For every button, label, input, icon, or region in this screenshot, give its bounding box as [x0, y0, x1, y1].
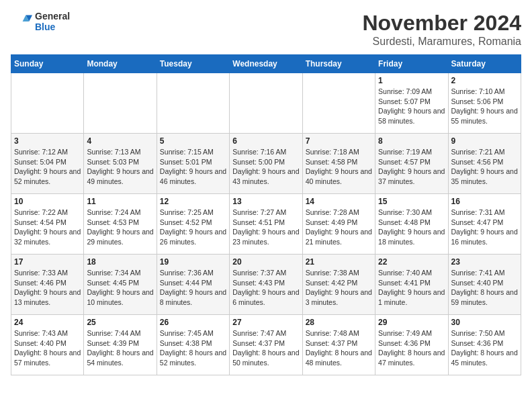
calendar-cell: 17Sunrise: 7:33 AMSunset: 4:46 PMDayligh…: [11, 255, 84, 315]
calendar-week-row: 10Sunrise: 7:22 AMSunset: 4:54 PMDayligh…: [11, 194, 521, 255]
calendar-cell: 15Sunrise: 7:30 AMSunset: 4:48 PMDayligh…: [375, 194, 448, 255]
day-number: 20: [232, 257, 299, 267]
day-number: 27: [232, 318, 299, 327]
day-info: Sunrise: 7:33 AMSunset: 4:46 PMDaylight:…: [14, 268, 81, 308]
calendar-cell: 29Sunrise: 7:49 AMSunset: 4:36 PMDayligh…: [375, 315, 448, 375]
day-number: 12: [160, 197, 226, 206]
day-number: 18: [87, 257, 153, 267]
calendar-cell: 25Sunrise: 7:44 AMSunset: 4:39 PMDayligh…: [84, 315, 157, 375]
calendar-cell: 26Sunrise: 7:45 AMSunset: 4:38 PMDayligh…: [157, 315, 229, 375]
day-number: 15: [378, 197, 445, 206]
day-info: Sunrise: 7:16 AMSunset: 5:00 PMDaylight:…: [232, 147, 299, 187]
day-info: Sunrise: 7:19 AMSunset: 4:57 PMDaylight:…: [378, 147, 445, 187]
day-number: 5: [160, 136, 226, 146]
logo: General Blue: [11, 11, 70, 32]
calendar-table: SundayMondayTuesdayWednesdayThursdayFrid…: [11, 54, 521, 375]
day-number: 2: [451, 76, 518, 85]
calendar-cell: [84, 73, 157, 134]
calendar-day-header: Monday: [84, 55, 157, 73]
day-number: 7: [306, 136, 372, 146]
day-info: Sunrise: 7:40 AMSunset: 4:41 PMDaylight:…: [378, 268, 445, 308]
calendar-cell: 1Sunrise: 7:09 AMSunset: 5:07 PMDaylight…: [375, 73, 448, 134]
calendar-day-header: Thursday: [302, 55, 375, 73]
calendar-cell: 22Sunrise: 7:40 AMSunset: 4:41 PMDayligh…: [375, 255, 448, 315]
calendar-cell: 20Sunrise: 7:37 AMSunset: 4:43 PMDayligh…: [230, 255, 302, 315]
day-info: Sunrise: 7:45 AMSunset: 4:38 PMDaylight:…: [160, 328, 226, 368]
day-number: 3: [14, 136, 81, 146]
calendar-cell: 24Sunrise: 7:43 AMSunset: 4:40 PMDayligh…: [11, 315, 84, 375]
day-number: 9: [451, 136, 518, 146]
calendar-day-header: Friday: [375, 55, 448, 73]
calendar-cell: 2Sunrise: 7:10 AMSunset: 5:06 PMDaylight…: [448, 73, 521, 134]
calendar-day-header: Sunday: [11, 55, 84, 73]
calendar-cell: 10Sunrise: 7:22 AMSunset: 4:54 PMDayligh…: [11, 194, 84, 255]
day-info: Sunrise: 7:49 AMSunset: 4:36 PMDaylight:…: [378, 328, 445, 368]
day-info: Sunrise: 7:12 AMSunset: 5:04 PMDaylight:…: [14, 147, 81, 187]
day-number: 25: [87, 318, 153, 327]
calendar-cell: 23Sunrise: 7:41 AMSunset: 4:40 PMDayligh…: [448, 255, 521, 315]
page-header: General Blue November 2024 Surdesti, Mar…: [11, 11, 521, 48]
calendar-cell: 9Sunrise: 7:21 AMSunset: 4:56 PMDaylight…: [448, 134, 521, 194]
day-number: 10: [14, 197, 81, 206]
calendar-cell: 11Sunrise: 7:24 AMSunset: 4:53 PMDayligh…: [84, 194, 157, 255]
calendar-day-header: Wednesday: [230, 55, 302, 73]
day-info: Sunrise: 7:15 AMSunset: 5:01 PMDaylight:…: [160, 147, 226, 187]
calendar-cell: [230, 73, 302, 134]
location-title: Surdesti, Maramures, Romania: [362, 36, 521, 48]
day-info: Sunrise: 7:25 AMSunset: 4:52 PMDaylight:…: [160, 208, 226, 247]
title-area: November 2024 Surdesti, Maramures, Roman…: [362, 11, 521, 48]
logo-general-label: General: [35, 11, 70, 21]
month-title: November 2024: [362, 11, 521, 36]
day-number: 16: [451, 197, 518, 206]
calendar-cell: 16Sunrise: 7:31 AMSunset: 4:47 PMDayligh…: [448, 194, 521, 255]
day-info: Sunrise: 7:09 AMSunset: 5:07 PMDaylight:…: [378, 87, 445, 126]
day-number: 4: [87, 136, 153, 146]
calendar-header-row: SundayMondayTuesdayWednesdayThursdayFrid…: [11, 55, 521, 73]
calendar-day-header: Tuesday: [157, 55, 229, 73]
calendar-cell: 14Sunrise: 7:28 AMSunset: 4:49 PMDayligh…: [302, 194, 375, 255]
calendar-cell: [11, 73, 84, 134]
day-number: 1: [378, 76, 445, 85]
day-info: Sunrise: 7:43 AMSunset: 4:40 PMDaylight:…: [14, 328, 81, 368]
day-info: Sunrise: 7:13 AMSunset: 5:03 PMDaylight:…: [87, 147, 153, 187]
day-info: Sunrise: 7:21 AMSunset: 4:56 PMDaylight:…: [451, 147, 518, 187]
day-number: 13: [232, 197, 299, 206]
day-info: Sunrise: 7:18 AMSunset: 4:58 PMDaylight:…: [306, 147, 372, 187]
calendar-cell: [302, 73, 375, 134]
day-number: 30: [451, 318, 518, 327]
day-number: 24: [14, 318, 81, 327]
day-info: Sunrise: 7:24 AMSunset: 4:53 PMDaylight:…: [87, 208, 153, 247]
day-info: Sunrise: 7:44 AMSunset: 4:39 PMDaylight:…: [87, 328, 153, 368]
calendar-cell: 6Sunrise: 7:16 AMSunset: 5:00 PMDaylight…: [230, 134, 302, 194]
calendar-cell: 12Sunrise: 7:25 AMSunset: 4:52 PMDayligh…: [157, 194, 229, 255]
calendar-cell: 27Sunrise: 7:47 AMSunset: 4:37 PMDayligh…: [230, 315, 302, 375]
calendar-cell: 28Sunrise: 7:48 AMSunset: 4:37 PMDayligh…: [302, 315, 375, 375]
calendar-week-row: 1Sunrise: 7:09 AMSunset: 5:07 PMDaylight…: [11, 73, 521, 134]
day-info: Sunrise: 7:36 AMSunset: 4:44 PMDaylight:…: [160, 268, 226, 308]
calendar-week-row: 24Sunrise: 7:43 AMSunset: 4:40 PMDayligh…: [11, 315, 521, 375]
day-number: 26: [160, 318, 226, 327]
day-number: 19: [160, 257, 226, 267]
calendar-cell: [157, 73, 229, 134]
day-info: Sunrise: 7:22 AMSunset: 4:54 PMDaylight:…: [14, 208, 81, 247]
calendar-cell: 30Sunrise: 7:50 AMSunset: 4:36 PMDayligh…: [448, 315, 521, 375]
calendar-cell: 18Sunrise: 7:34 AMSunset: 4:45 PMDayligh…: [84, 255, 157, 315]
calendar-cell: 19Sunrise: 7:36 AMSunset: 4:44 PMDayligh…: [157, 255, 229, 315]
calendar-cell: 4Sunrise: 7:13 AMSunset: 5:03 PMDaylight…: [84, 134, 157, 194]
logo-text: General Blue: [35, 11, 70, 32]
day-number: 22: [378, 257, 445, 267]
day-info: Sunrise: 7:34 AMSunset: 4:45 PMDaylight:…: [87, 268, 153, 308]
day-number: 8: [378, 136, 445, 146]
day-number: 21: [306, 257, 372, 267]
calendar-cell: 8Sunrise: 7:19 AMSunset: 4:57 PMDaylight…: [375, 134, 448, 194]
calendar-cell: 7Sunrise: 7:18 AMSunset: 4:58 PMDaylight…: [302, 134, 375, 194]
day-number: 6: [232, 136, 299, 146]
day-number: 29: [378, 318, 445, 327]
day-number: 17: [14, 257, 81, 267]
day-info: Sunrise: 7:38 AMSunset: 4:42 PMDaylight:…: [306, 268, 372, 308]
day-info: Sunrise: 7:47 AMSunset: 4:37 PMDaylight:…: [232, 328, 299, 368]
day-info: Sunrise: 7:41 AMSunset: 4:40 PMDaylight:…: [451, 268, 518, 308]
calendar-cell: 3Sunrise: 7:12 AMSunset: 5:04 PMDaylight…: [11, 134, 84, 194]
day-info: Sunrise: 7:30 AMSunset: 4:48 PMDaylight:…: [378, 208, 445, 247]
day-info: Sunrise: 7:10 AMSunset: 5:06 PMDaylight:…: [451, 87, 518, 126]
